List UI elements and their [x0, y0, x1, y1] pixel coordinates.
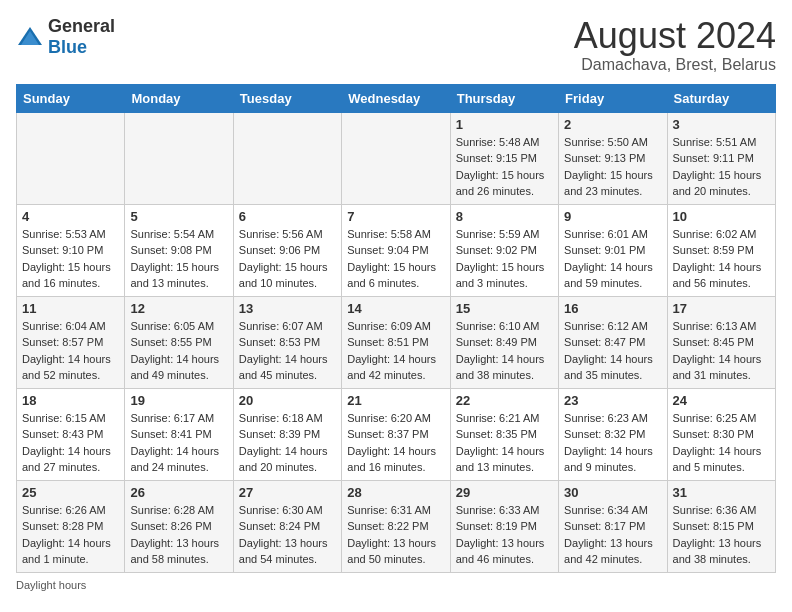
day-number: 26 — [130, 485, 227, 500]
week-row-5: 25Sunrise: 6:26 AMSunset: 8:28 PMDayligh… — [17, 480, 776, 572]
calendar-cell-w3d3: 21Sunrise: 6:20 AMSunset: 8:37 PMDayligh… — [342, 388, 450, 480]
day-info: Sunrise: 6:17 AMSunset: 8:41 PMDaylight:… — [130, 410, 227, 476]
day-info: Sunrise: 6:23 AMSunset: 8:32 PMDaylight:… — [564, 410, 661, 476]
calendar-cell-w2d6: 17Sunrise: 6:13 AMSunset: 8:45 PMDayligh… — [667, 296, 775, 388]
weekday-header-saturday: Saturday — [667, 84, 775, 112]
day-info: Sunrise: 5:59 AMSunset: 9:02 PMDaylight:… — [456, 226, 553, 292]
calendar-cell-w0d3 — [342, 112, 450, 204]
calendar-cell-w0d4: 1Sunrise: 5:48 AMSunset: 9:15 PMDaylight… — [450, 112, 558, 204]
sub-title: Damachava, Brest, Belarus — [574, 56, 776, 74]
calendar-cell-w2d4: 15Sunrise: 6:10 AMSunset: 8:49 PMDayligh… — [450, 296, 558, 388]
calendar-cell-w2d5: 16Sunrise: 6:12 AMSunset: 8:47 PMDayligh… — [559, 296, 667, 388]
day-number: 15 — [456, 301, 553, 316]
day-number: 6 — [239, 209, 336, 224]
day-number: 5 — [130, 209, 227, 224]
day-number: 27 — [239, 485, 336, 500]
day-info: Sunrise: 6:34 AMSunset: 8:17 PMDaylight:… — [564, 502, 661, 568]
calendar-cell-w1d4: 8Sunrise: 5:59 AMSunset: 9:02 PMDaylight… — [450, 204, 558, 296]
day-info: Sunrise: 5:53 AMSunset: 9:10 PMDaylight:… — [22, 226, 119, 292]
day-number: 8 — [456, 209, 553, 224]
day-number: 22 — [456, 393, 553, 408]
calendar-cell-w1d6: 10Sunrise: 6:02 AMSunset: 8:59 PMDayligh… — [667, 204, 775, 296]
day-info: Sunrise: 6:12 AMSunset: 8:47 PMDaylight:… — [564, 318, 661, 384]
calendar-cell-w4d0: 25Sunrise: 6:26 AMSunset: 8:28 PMDayligh… — [17, 480, 125, 572]
calendar-cell-w2d0: 11Sunrise: 6:04 AMSunset: 8:57 PMDayligh… — [17, 296, 125, 388]
week-row-3: 11Sunrise: 6:04 AMSunset: 8:57 PMDayligh… — [17, 296, 776, 388]
header: General Blue August 2024 Damachava, Bres… — [16, 16, 776, 74]
calendar-cell-w1d1: 5Sunrise: 5:54 AMSunset: 9:08 PMDaylight… — [125, 204, 233, 296]
day-number: 3 — [673, 117, 770, 132]
day-info: Sunrise: 5:51 AMSunset: 9:11 PMDaylight:… — [673, 134, 770, 200]
calendar-cell-w0d0 — [17, 112, 125, 204]
day-info: Sunrise: 6:20 AMSunset: 8:37 PMDaylight:… — [347, 410, 444, 476]
logo: General Blue — [16, 16, 115, 58]
calendar-cell-w4d3: 28Sunrise: 6:31 AMSunset: 8:22 PMDayligh… — [342, 480, 450, 572]
day-info: Sunrise: 5:54 AMSunset: 9:08 PMDaylight:… — [130, 226, 227, 292]
calendar-cell-w3d0: 18Sunrise: 6:15 AMSunset: 8:43 PMDayligh… — [17, 388, 125, 480]
day-info: Sunrise: 6:21 AMSunset: 8:35 PMDaylight:… — [456, 410, 553, 476]
calendar-cell-w3d4: 22Sunrise: 6:21 AMSunset: 8:35 PMDayligh… — [450, 388, 558, 480]
day-info: Sunrise: 6:31 AMSunset: 8:22 PMDaylight:… — [347, 502, 444, 568]
day-number: 12 — [130, 301, 227, 316]
day-info: Sunrise: 6:26 AMSunset: 8:28 PMDaylight:… — [22, 502, 119, 568]
weekday-header-friday: Friday — [559, 84, 667, 112]
calendar-cell-w1d3: 7Sunrise: 5:58 AMSunset: 9:04 PMDaylight… — [342, 204, 450, 296]
day-info: Sunrise: 6:02 AMSunset: 8:59 PMDaylight:… — [673, 226, 770, 292]
calendar-cell-w0d2 — [233, 112, 341, 204]
day-info: Sunrise: 6:09 AMSunset: 8:51 PMDaylight:… — [347, 318, 444, 384]
day-info: Sunrise: 6:30 AMSunset: 8:24 PMDaylight:… — [239, 502, 336, 568]
day-number: 18 — [22, 393, 119, 408]
day-number: 29 — [456, 485, 553, 500]
day-number: 7 — [347, 209, 444, 224]
day-info: Sunrise: 6:33 AMSunset: 8:19 PMDaylight:… — [456, 502, 553, 568]
day-info: Sunrise: 5:50 AMSunset: 9:13 PMDaylight:… — [564, 134, 661, 200]
day-info: Sunrise: 6:18 AMSunset: 8:39 PMDaylight:… — [239, 410, 336, 476]
day-number: 2 — [564, 117, 661, 132]
day-number: 24 — [673, 393, 770, 408]
calendar-cell-w0d6: 3Sunrise: 5:51 AMSunset: 9:11 PMDaylight… — [667, 112, 775, 204]
calendar-cell-w0d1 — [125, 112, 233, 204]
weekday-header-tuesday: Tuesday — [233, 84, 341, 112]
calendar-cell-w3d2: 20Sunrise: 6:18 AMSunset: 8:39 PMDayligh… — [233, 388, 341, 480]
weekday-header-wednesday: Wednesday — [342, 84, 450, 112]
week-row-1: 1Sunrise: 5:48 AMSunset: 9:15 PMDaylight… — [17, 112, 776, 204]
day-info: Sunrise: 6:01 AMSunset: 9:01 PMDaylight:… — [564, 226, 661, 292]
day-number: 11 — [22, 301, 119, 316]
main-title: August 2024 — [574, 16, 776, 56]
day-info: Sunrise: 5:58 AMSunset: 9:04 PMDaylight:… — [347, 226, 444, 292]
day-number: 16 — [564, 301, 661, 316]
week-row-2: 4Sunrise: 5:53 AMSunset: 9:10 PMDaylight… — [17, 204, 776, 296]
calendar-cell-w2d2: 13Sunrise: 6:07 AMSunset: 8:53 PMDayligh… — [233, 296, 341, 388]
day-number: 14 — [347, 301, 444, 316]
day-number: 23 — [564, 393, 661, 408]
day-number: 21 — [347, 393, 444, 408]
day-info: Sunrise: 6:25 AMSunset: 8:30 PMDaylight:… — [673, 410, 770, 476]
day-number: 31 — [673, 485, 770, 500]
day-number: 4 — [22, 209, 119, 224]
calendar-cell-w1d0: 4Sunrise: 5:53 AMSunset: 9:10 PMDaylight… — [17, 204, 125, 296]
weekday-header-thursday: Thursday — [450, 84, 558, 112]
calendar-cell-w1d2: 6Sunrise: 5:56 AMSunset: 9:06 PMDaylight… — [233, 204, 341, 296]
calendar-cell-w4d4: 29Sunrise: 6:33 AMSunset: 8:19 PMDayligh… — [450, 480, 558, 572]
calendar-table: SundayMondayTuesdayWednesdayThursdayFrid… — [16, 84, 776, 573]
footer-note: Daylight hours — [16, 579, 776, 591]
calendar-cell-w4d5: 30Sunrise: 6:34 AMSunset: 8:17 PMDayligh… — [559, 480, 667, 572]
day-info: Sunrise: 6:05 AMSunset: 8:55 PMDaylight:… — [130, 318, 227, 384]
day-info: Sunrise: 6:10 AMSunset: 8:49 PMDaylight:… — [456, 318, 553, 384]
calendar-cell-w4d1: 26Sunrise: 6:28 AMSunset: 8:26 PMDayligh… — [125, 480, 233, 572]
day-number: 17 — [673, 301, 770, 316]
day-number: 13 — [239, 301, 336, 316]
calendar-cell-w4d6: 31Sunrise: 6:36 AMSunset: 8:15 PMDayligh… — [667, 480, 775, 572]
day-number: 20 — [239, 393, 336, 408]
day-number: 25 — [22, 485, 119, 500]
weekday-header-monday: Monday — [125, 84, 233, 112]
day-number: 28 — [347, 485, 444, 500]
day-number: 19 — [130, 393, 227, 408]
day-info: Sunrise: 6:04 AMSunset: 8:57 PMDaylight:… — [22, 318, 119, 384]
calendar-cell-w0d5: 2Sunrise: 5:50 AMSunset: 9:13 PMDaylight… — [559, 112, 667, 204]
day-info: Sunrise: 6:15 AMSunset: 8:43 PMDaylight:… — [22, 410, 119, 476]
day-info: Sunrise: 5:56 AMSunset: 9:06 PMDaylight:… — [239, 226, 336, 292]
title-area: August 2024 Damachava, Brest, Belarus — [574, 16, 776, 74]
day-number: 1 — [456, 117, 553, 132]
logo-blue: Blue — [48, 37, 87, 57]
